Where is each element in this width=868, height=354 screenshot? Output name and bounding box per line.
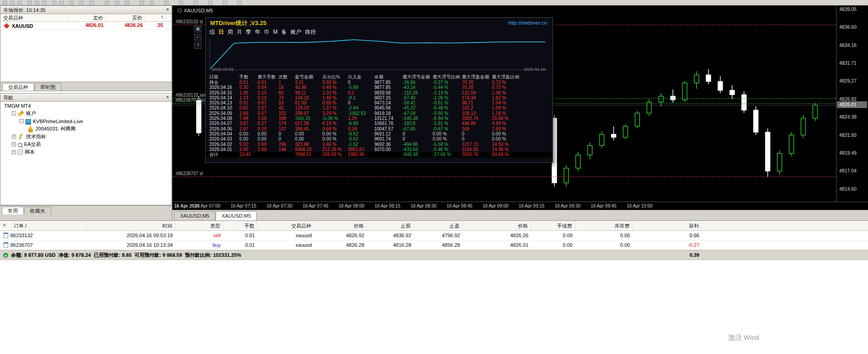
market-watch-tab-0[interactable]: 交易品种 — [2, 83, 34, 91]
toolbar-icon[interactable] — [237, 1, 242, 5]
terminal-column-10[interactable]: 库存费 — [575, 221, 633, 231]
terminal-column-3[interactable]: 手数 — [223, 221, 258, 231]
toolbar-icon[interactable] — [193, 1, 198, 5]
market-watch-row[interactable]: XAUUSD4826.014826.2625 — [0, 22, 171, 30]
mtdriver-table-row-3: 2026.04.141.190.1074134.321.40 %-0.19607… — [209, 95, 550, 100]
mtdriver-table-row-10: 2026.04.040.000.0000.000.00 %-0.629691.1… — [209, 131, 550, 136]
mtdriver-menu-item-5[interactable]: 年 — [255, 29, 260, 35]
toolbar-icon[interactable] — [79, 1, 84, 5]
chart-widget-button-3[interactable]: ? — [194, 42, 202, 49]
order-cell: 4826.92 — [315, 231, 367, 240]
mtdriver-menu-item-6[interactable]: 巾 — [264, 29, 269, 35]
mtdriver-window[interactable]: MTDriver统计 ,V3.25 http://mtdriver.cn 综日周… — [205, 17, 553, 163]
collapse-icon[interactable]: - — [12, 111, 16, 115]
navigator-item-1[interactable]: -账户 — [0, 109, 171, 117]
toolbar-icon[interactable] — [17, 1, 22, 5]
time-label: 16 Apr 08:00 — [339, 203, 365, 208]
chart-widget-button-2[interactable]: ✓ — [194, 34, 202, 41]
chart-tab-1[interactable]: XAUUSD,M5 — [216, 211, 257, 220]
toolbar-icon[interactable] — [208, 1, 212, 5]
market-watch-close-icon[interactable]: × — [166, 6, 169, 13]
navigator-tab-0[interactable]: 常用 — [2, 207, 24, 214]
navigator-item-4[interactable]: +技术指标 — [0, 133, 171, 141]
account-summary-bar: ▲ 余额: 9 877.85 USD 净值: 9 878.24 已用预付款: 9… — [0, 250, 868, 260]
mtdriver-menu-item-8[interactable]: 备 — [281, 29, 287, 35]
toolbar-icon[interactable] — [27, 1, 32, 5]
toolbar-icon[interactable] — [10, 1, 15, 5]
mtdriver-menu-item-7[interactable]: M — [273, 29, 278, 35]
toolbar-icon[interactable] — [105, 1, 109, 5]
navigator-tab-1[interactable]: 收藏夹 — [24, 207, 51, 214]
terminal-close-icon[interactable]: × — [3, 222, 6, 229]
market-watch-column-3[interactable]: ! — [145, 14, 166, 21]
toolbar-icon[interactable] — [150, 1, 154, 5]
navigator-close-icon[interactable]: × — [166, 94, 169, 100]
navigator-item-6[interactable]: +脚本 — [0, 148, 171, 156]
mtdriver-menu-item-3[interactable]: 月 — [237, 29, 242, 35]
order-cell: 2026.04.16 09:53:18 — [87, 231, 176, 240]
collapse-icon[interactable]: - — [20, 119, 24, 123]
toolbar-icon[interactable] — [164, 1, 169, 5]
order-cell: 2026.04.16 10:13:34 — [87, 240, 176, 250]
toolbar-icon[interactable] — [3, 1, 7, 5]
ask-cell: 4826.26 — [106, 22, 145, 29]
market-watch-column-2[interactable]: 买价 — [106, 14, 145, 21]
market-watch-column-0[interactable]: 交易品种 — [0, 14, 69, 21]
terminal-rows: 862331322026.04.16 09:53:18sell0.01xauus… — [0, 231, 868, 250]
symbol-name: XAUUSD — [12, 23, 33, 29]
toolbar-icon[interactable] — [35, 1, 39, 5]
navigator-item-2[interactable]: -KVBPrimeLimited-Live — [0, 117, 171, 125]
terminal-column-7[interactable]: 止盈 — [414, 221, 463, 231]
terminal-column-11[interactable]: 获利 — [633, 221, 702, 231]
toolbar-icon[interactable] — [89, 1, 94, 5]
expand-icon[interactable]: + — [12, 135, 16, 139]
navigator-item-0[interactable]: TMGM MT4 — [0, 102, 171, 109]
chart-widget-button-1[interactable]: ▦ — [194, 26, 202, 32]
mtdriver-menu-item-1[interactable]: 日 — [218, 29, 224, 35]
toolbar-icon[interactable] — [115, 1, 119, 5]
indicator-icon — [18, 134, 24, 140]
order-cell: -0.27 — [633, 240, 702, 250]
price-label: 4817.04 — [839, 168, 857, 173]
terminal-column-4[interactable]: 交易品种 — [258, 221, 315, 231]
terminal-column-8[interactable]: 价格 — [463, 221, 531, 231]
expand-icon[interactable]: + — [12, 142, 16, 146]
toolbar-icon[interactable] — [69, 1, 74, 5]
expand-icon[interactable]: + — [12, 150, 16, 154]
chart-tab-0[interactable]: XAUUSD,M5 — [174, 211, 215, 220]
market-watch-tab-1[interactable]: 即时图 — [35, 83, 62, 91]
mtdriver-menu-item-10[interactable]: 路径 — [305, 29, 316, 35]
market-watch-column-1[interactable]: 卖价 — [69, 14, 106, 21]
toolbar-icon[interactable] — [42, 1, 46, 5]
script-icon — [18, 149, 23, 155]
toolbar-icon[interactable] — [140, 1, 144, 5]
price-label: 4839.05 — [839, 6, 857, 12]
navigator-item-label: TMGM MT4 — [4, 103, 31, 109]
mtdriver-url-link[interactable]: http://mtdriver.cn — [508, 20, 547, 26]
order-row-86236707[interactable]: 862367072026.04.16 10:13:34buy0.01xauusd… — [0, 240, 868, 250]
toolbar-icon[interactable] — [222, 1, 227, 5]
terminal-column-9[interactable]: 手续费 — [531, 221, 575, 231]
toolbar-icon[interactable] — [59, 1, 64, 5]
order-cell: 0.00 — [531, 231, 575, 240]
terminal-column-5[interactable]: 价格 — [315, 221, 367, 231]
navigator-item-3[interactable]: 20045031: 柯腾腾 — [0, 125, 171, 133]
mtdriver-menu-item-4[interactable]: 季 — [246, 29, 251, 35]
toolbar-icon[interactable] — [52, 1, 57, 5]
terminal-column-0[interactable]: 订单 / — [0, 221, 87, 231]
mtdriver-menu-item-0[interactable]: 综 — [209, 29, 215, 35]
navigator-titlebar[interactable]: 导航 × — [0, 94, 171, 102]
mtdriver-menu-item-9[interactable]: 账户 — [290, 29, 301, 35]
market-watch-titlebar[interactable]: 市场报价: 10:14:35 × — [0, 6, 171, 14]
mtdriver-menu-item-2[interactable]: 周 — [227, 29, 233, 35]
navigator-item-5[interactable]: +EA交易 — [0, 141, 171, 148]
time-axis[interactable]: 16 Apr 202616 Apr 07:0016 Apr 07:1516 Ap… — [172, 202, 868, 210]
toolbar-icon[interactable] — [179, 1, 183, 5]
mtdriver-title: MTDriver统计 ,V3.25 — [210, 19, 267, 27]
toolbar-icon[interactable] — [125, 1, 129, 5]
price-label: 4814.60 — [839, 186, 857, 192]
terminal-column-1[interactable]: 时间 — [87, 221, 176, 231]
terminal-column-2[interactable]: 类型 — [176, 221, 223, 231]
order-row-86233132[interactable]: 862331322026.04.16 09:53:18sell0.01xauus… — [0, 231, 868, 240]
terminal-column-6[interactable]: 止损 — [367, 221, 414, 231]
